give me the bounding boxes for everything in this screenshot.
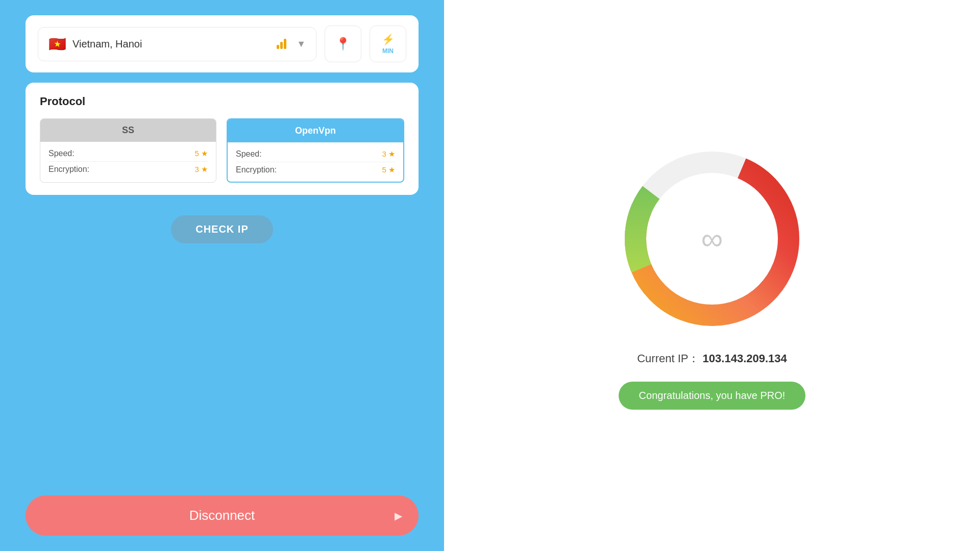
disconnect-button[interactable]: Disconnect ▶	[26, 495, 419, 536]
left-panel: 🇻🇳 Vietnam, Hanoi ▼ 📍 ⚡ MIN Protocol SS	[0, 0, 444, 551]
ip-info: Current IP： 103.143.209.134	[637, 351, 787, 366]
infinity-icon: ∞	[701, 221, 723, 256]
min-button[interactable]: ⚡ MIN	[370, 26, 406, 62]
ss-encryption-value: 3 ★	[194, 165, 208, 174]
ss-speed-row: Speed: 5 ★	[48, 146, 208, 162]
check-ip-button[interactable]: CHECK IP	[171, 215, 273, 243]
chevron-down-icon: ▼	[297, 39, 306, 49]
ss-speed-value: 5 ★	[194, 149, 208, 158]
min-label: MIN	[382, 47, 394, 55]
protocol-openvpn[interactable]: OpenVpn Speed: 3 ★ Encryption: 5 ★	[227, 118, 404, 183]
disconnect-label: Disconnect	[189, 508, 255, 523]
ss-encryption-row: Encryption: 3 ★	[48, 162, 208, 177]
ovpn-speed-label: Speed:	[236, 149, 262, 159]
signal-bar-2	[280, 42, 283, 49]
protocol-title: Protocol	[40, 95, 404, 108]
current-ip-value: 103.143.209.134	[703, 352, 787, 365]
signal-bar-1	[277, 45, 279, 49]
server-card: 🇻🇳 Vietnam, Hanoi ▼ 📍 ⚡ MIN	[26, 15, 419, 72]
disconnect-arrow-icon: ▶	[395, 510, 402, 522]
current-ip-label: Current IP：	[637, 352, 699, 365]
right-panel: ∞ Current IP： 103.143.209.134 Congratula…	[444, 0, 980, 551]
protocol-ss[interactable]: SS Speed: 5 ★ Encryption: 3 ★	[40, 118, 216, 183]
lightning-icon: ⚡	[382, 33, 395, 45]
ovpn-encryption-label: Encryption:	[236, 165, 277, 174]
speed-donut-chart: ∞	[615, 142, 809, 336]
ovpn-encryption-row: Encryption: 5 ★	[236, 162, 395, 178]
protocol-ss-header: SS	[40, 119, 216, 142]
ss-encryption-label: Encryption:	[48, 165, 89, 174]
server-selector[interactable]: 🇻🇳 Vietnam, Hanoi ▼	[38, 27, 316, 61]
signal-icon	[277, 39, 286, 49]
location-icon: 📍	[335, 37, 351, 51]
location-button[interactable]: 📍	[325, 26, 361, 62]
protocol-ss-stats: Speed: 5 ★ Encryption: 3 ★	[40, 142, 216, 181]
protocol-openvpn-stats: Speed: 3 ★ Encryption: 5 ★	[228, 142, 403, 182]
ovpn-encryption-value: 5 ★	[382, 165, 395, 174]
protocol-options: SS Speed: 5 ★ Encryption: 3 ★ OpenVpn	[40, 118, 404, 183]
ovpn-speed-value: 3 ★	[382, 149, 395, 159]
server-name: Vietnam, Hanoi	[72, 38, 271, 50]
signal-bar-3	[284, 39, 286, 49]
pro-badge: Congratulations, you have PRO!	[619, 382, 806, 410]
country-flag: 🇻🇳	[48, 36, 66, 53]
protocol-openvpn-header: OpenVpn	[228, 119, 403, 142]
ss-speed-label: Speed:	[48, 149, 75, 158]
ovpn-speed-row: Speed: 3 ★	[236, 146, 395, 162]
protocol-card: Protocol SS Speed: 5 ★ Encryption: 3 ★	[26, 83, 419, 195]
